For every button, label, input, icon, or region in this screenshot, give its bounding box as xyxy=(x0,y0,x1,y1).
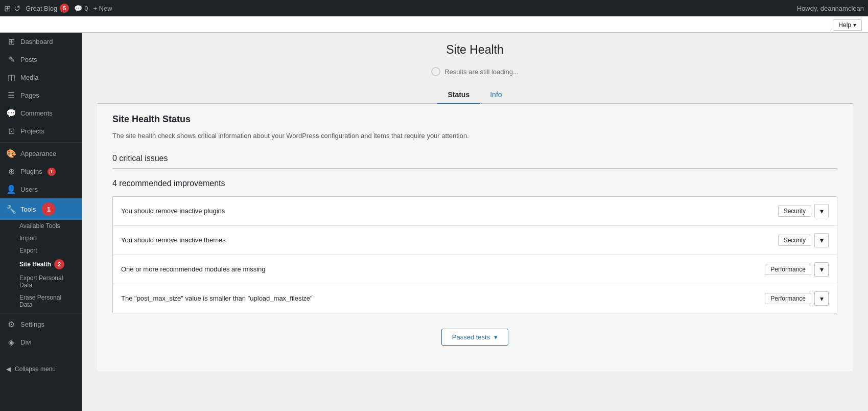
sidebar-item-tools[interactable]: 🔧 Tools 1 xyxy=(0,198,82,220)
tag-badge-security-1[interactable]: Security xyxy=(778,235,811,246)
tab-info[interactable]: Info xyxy=(480,86,512,104)
users-icon: 👤 xyxy=(6,185,16,194)
dashboard-icon: ⊞ xyxy=(6,37,16,47)
sidebar-label-pages: Pages xyxy=(20,92,39,99)
loading-circle-icon xyxy=(431,67,440,76)
sidebar-label-divi: Divi xyxy=(20,338,32,346)
collapse-icon: ◀ xyxy=(6,366,11,373)
comments-icon: 💬 xyxy=(6,108,16,118)
submenu-erase-personal-data[interactable]: Erase Personal Data xyxy=(0,291,82,311)
admin-bar: ⊞ ↺ Great Blog 5 💬 0 + New Howdy, deanna… xyxy=(0,0,868,16)
sidebar-item-projects[interactable]: ⊡ Projects xyxy=(0,122,82,140)
comment-icon: 💬 xyxy=(74,5,82,12)
loading-text: Results are still loading... xyxy=(444,68,519,76)
tabs-row: Status Info xyxy=(97,86,853,104)
sidebar-item-appearance[interactable]: 🎨 Appearance xyxy=(0,145,82,163)
sidebar-item-dashboard[interactable]: ⊞ Dashboard xyxy=(0,33,82,51)
passed-tests-label: Passed tests xyxy=(452,333,490,341)
submenu-label-export-personal: Export Personal Data xyxy=(19,275,63,289)
improvement-text-post-max-size: The "post_max_size" value is smaller tha… xyxy=(121,294,765,302)
loading-indicator: Results are still loading... xyxy=(97,67,853,76)
plugins-icon: ⊕ xyxy=(6,167,16,176)
updates-badge[interactable]: 5 xyxy=(60,4,69,13)
settings-icon: ⚙ xyxy=(6,319,16,329)
appearance-icon: 🎨 xyxy=(6,149,16,158)
expand-button-0[interactable]: ▾ xyxy=(814,204,829,218)
sidebar-item-divi[interactable]: ◈ Divi xyxy=(0,333,82,351)
projects-icon: ⊡ xyxy=(6,126,16,136)
howdy-text[interactable]: Howdy, deannamclean xyxy=(797,5,864,12)
sidebar-label-projects: Projects xyxy=(20,127,44,135)
site-health-step-badge: 2 xyxy=(54,259,64,269)
pages-icon: ☰ xyxy=(6,90,16,100)
collapse-label: Collapse menu xyxy=(15,366,56,373)
comments-count: 0 xyxy=(84,5,88,12)
help-label: Help xyxy=(838,21,851,29)
chevron-down-icon-0: ▾ xyxy=(820,207,824,215)
submenu-export[interactable]: Export xyxy=(0,244,82,257)
sidebar-label-appearance: Appearance xyxy=(20,150,56,157)
sidebar-label-users: Users xyxy=(20,186,38,193)
page-title: Site Health xyxy=(97,43,853,57)
sidebar-label-posts: Posts xyxy=(20,56,37,63)
help-chevron-icon: ▾ xyxy=(853,21,856,29)
plugins-badge: 1 xyxy=(48,168,56,176)
chevron-down-icon-3: ▾ xyxy=(820,294,824,303)
sidebar-item-plugins[interactable]: ⊕ Plugins 1 xyxy=(0,163,82,180)
sidebar-item-comments[interactable]: 💬 Comments xyxy=(0,104,82,122)
customize-icon[interactable]: ↺ xyxy=(14,4,20,13)
submenu-import[interactable]: Import xyxy=(0,232,82,244)
sidebar-item-posts[interactable]: ✎ Posts xyxy=(0,51,82,68)
comments-link[interactable]: 💬 0 xyxy=(74,5,88,12)
submenu-export-personal-data[interactable]: Export Personal Data xyxy=(0,272,82,291)
passed-tests-wrapper: Passed tests ▾ xyxy=(112,329,837,346)
divi-icon: ◈ xyxy=(6,337,16,347)
sidebar-label-comments: Comments xyxy=(20,109,53,117)
improvements-count: 4 recommended improvements xyxy=(112,179,837,188)
expand-button-2[interactable]: ▾ xyxy=(814,262,829,277)
improvement-row-post-max-size: The "post_max_size" value is smaller tha… xyxy=(113,284,837,313)
menu-divider-1 xyxy=(0,142,82,143)
tab-info-label: Info xyxy=(490,90,502,99)
passed-tests-button[interactable]: Passed tests ▾ xyxy=(441,329,508,346)
sidebar-label-plugins: Plugins xyxy=(20,168,42,175)
collapse-menu-button[interactable]: ◀ Collapse menu xyxy=(0,361,82,377)
submenu-label-available-tools: Available Tools xyxy=(19,222,60,230)
sidebar-item-pages[interactable]: ☰ Pages xyxy=(0,86,82,104)
improvement-text-inactive-themes: You should remove inactive themes xyxy=(121,236,778,244)
sidebar-item-media[interactable]: ◫ Media xyxy=(0,68,82,86)
improvement-text-inactive-plugins: You should remove inactive plugins xyxy=(121,207,778,215)
status-section-title: Site Health Status xyxy=(112,114,837,125)
submenu-label-export: Export xyxy=(19,247,37,254)
improvement-row-missing-modules: One or more recommended modules are miss… xyxy=(113,255,837,284)
expand-button-1[interactable]: ▾ xyxy=(814,233,829,247)
tools-step-badge: 1 xyxy=(42,202,55,216)
media-icon: ◫ xyxy=(6,73,16,82)
new-content-link[interactable]: + New xyxy=(93,5,112,12)
site-name-link[interactable]: Great Blog 5 xyxy=(26,4,69,13)
tag-badge-performance-3[interactable]: Performance xyxy=(765,293,811,304)
sidebar-item-users[interactable]: 👤 Users xyxy=(0,180,82,198)
sidebar-item-settings[interactable]: ⚙ Settings xyxy=(0,315,82,333)
expand-button-3[interactable]: ▾ xyxy=(814,291,829,306)
submenu-available-tools[interactable]: Available Tools xyxy=(0,220,82,232)
chevron-down-icon-1: ▾ xyxy=(820,236,824,244)
wp-logo-icon[interactable]: ⊞ xyxy=(4,4,11,13)
submenu-site-health[interactable]: Site Health 2 xyxy=(0,257,82,272)
help-button[interactable]: Help ▾ xyxy=(833,19,862,31)
improvement-row-inactive-themes: You should remove inactive themes Securi… xyxy=(113,226,837,255)
tag-badge-performance-2[interactable]: Performance xyxy=(765,264,811,275)
status-section-description: The site health check shows critical inf… xyxy=(112,131,837,142)
sidebar-label-tools: Tools xyxy=(20,206,36,213)
status-section: Site Health Status The site health check… xyxy=(97,104,853,371)
improvement-actions-2: Performance ▾ xyxy=(765,262,829,277)
improvement-actions-0: Security ▾ xyxy=(778,204,829,218)
improvements-list: You should remove inactive plugins Secur… xyxy=(112,196,837,313)
menu-divider-2 xyxy=(0,313,82,313)
sidebar-label-dashboard: Dashboard xyxy=(20,38,53,45)
tab-status[interactable]: Status xyxy=(437,86,480,104)
screen-options-bar: Help ▾ xyxy=(0,16,868,33)
posts-icon: ✎ xyxy=(6,55,16,64)
tag-badge-security-0[interactable]: Security xyxy=(778,206,811,217)
sidebar-label-media: Media xyxy=(20,74,38,81)
